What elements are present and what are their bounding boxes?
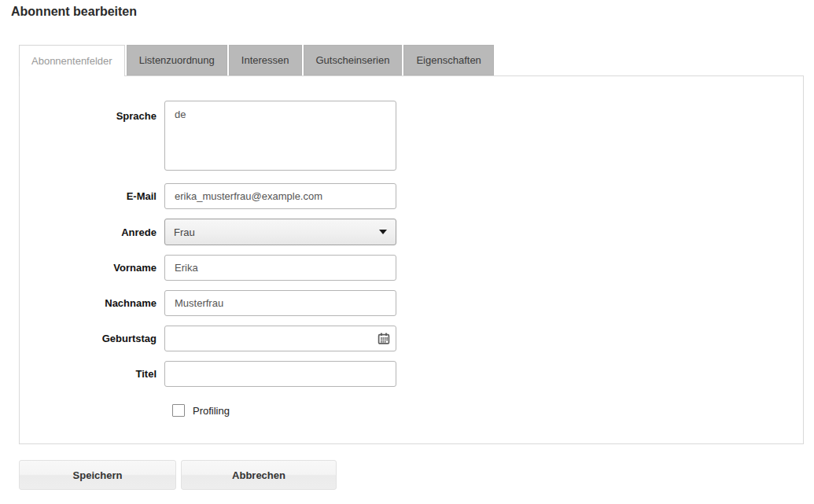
vorname-field[interactable] [164,255,396,281]
sprache-textarea[interactable]: de [164,101,396,171]
email-label: E-Mail [20,190,164,202]
chevron-down-icon [379,230,387,234]
tab-bar: Abonnentenfelder Listenzuordnung Interes… [19,45,495,75]
profiling-label: Profiling [193,405,230,417]
email-field[interactable] [164,183,396,209]
form-row-nachname: Nachname [20,290,803,316]
tab-abonnentenfelder[interactable]: Abonnentenfelder [19,45,125,76]
nachname-field[interactable] [164,290,396,316]
cancel-button[interactable]: Abbrechen [181,460,337,490]
titel-field[interactable] [164,361,396,387]
tab-eigenschaften[interactable]: Eigenschaften [403,45,493,75]
geburtstag-field[interactable] [164,326,396,351]
anrede-selected-value: Frau [174,226,195,238]
calendar-icon[interactable] [377,332,390,345]
profiling-checkbox[interactable] [172,404,185,417]
anrede-select[interactable]: Frau [164,219,396,245]
tab-interessen[interactable]: Interessen [229,45,302,75]
form-row-sprache: Sprache de [20,101,803,174]
tab-listenzuordnung[interactable]: Listenzuordnung [127,45,227,75]
geburtstag-label: Geburtstag [20,333,164,344]
form-row-titel: Titel [20,361,803,387]
vorname-label: Vorname [20,262,164,274]
anrede-label: Anrede [20,226,164,238]
action-bar: Speichern Abbrechen [19,460,337,490]
form-row-email: E-Mail [20,183,803,209]
form-row-anrede: Anrede Frau [20,219,803,245]
save-button[interactable]: Speichern [19,460,176,490]
profiling-checkbox-row[interactable]: Profiling [172,404,803,417]
page-title: Abonnent bearbeiten [11,5,137,19]
titel-label: Titel [20,368,164,380]
sprache-label: Sprache [20,101,164,122]
form-row-geburtstag: Geburtstag [20,326,803,351]
form-panel: Sprache de E-Mail Anrede Frau Vorname Na… [19,75,804,444]
nachname-label: Nachname [20,297,164,309]
form-row-vorname: Vorname [20,255,803,281]
tab-gutscheinserien[interactable]: Gutscheinserien [304,45,403,75]
